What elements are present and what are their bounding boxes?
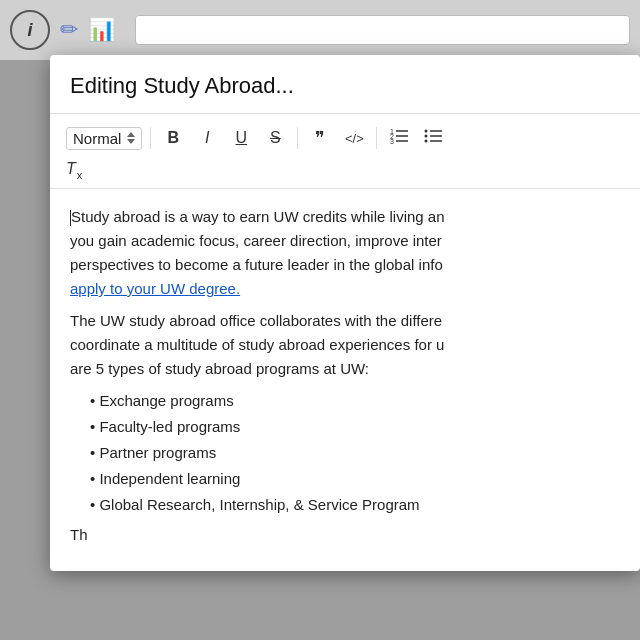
content-paragraph-2: The UW study abroad office collaborates … — [70, 309, 620, 381]
tx-x-icon: x — [77, 169, 83, 181]
list-item: Faculty-led programs — [90, 415, 620, 439]
toolbar-separator-1 — [150, 127, 151, 149]
code-icon: </> — [345, 131, 364, 146]
strikethrough-button[interactable]: S — [261, 124, 289, 152]
list-item: Exchange programs — [90, 389, 620, 413]
address-bar[interactable] — [135, 15, 630, 45]
editor-panel: Editing Study Abroad... Normal B I U S — [50, 55, 640, 571]
chart-icon: 📊 — [88, 17, 115, 43]
unordered-list-button[interactable] — [419, 124, 447, 152]
clear-formatting-button[interactable]: T x — [66, 160, 82, 178]
svg-text:3: 3 — [390, 138, 394, 145]
bold-button[interactable]: B — [159, 124, 187, 152]
code-button[interactable]: </> — [340, 124, 368, 152]
list-item: Global Research, Internship, & Service P… — [90, 493, 620, 517]
cursor — [70, 210, 71, 226]
format-select[interactable]: Normal — [66, 127, 142, 150]
content-paragraph-3: Th — [70, 523, 620, 547]
arrow-down-icon — [127, 139, 135, 144]
svg-point-6 — [425, 130, 428, 133]
blockquote-button[interactable]: ❞ — [306, 124, 334, 152]
content-list: Exchange programs Faculty-led programs P… — [70, 389, 620, 517]
format-select-arrows — [127, 132, 135, 144]
pencil-icon: ✏ — [60, 17, 78, 43]
svg-point-10 — [425, 140, 428, 143]
content-paragraph-1: Study abroad is a way to earn UW credits… — [70, 205, 620, 301]
arrow-up-icon — [127, 132, 135, 137]
underline-button[interactable]: U — [227, 124, 255, 152]
toolbar-separator-3 — [376, 127, 377, 149]
toolbar-row-2: T x — [66, 160, 624, 178]
svg-point-8 — [425, 135, 428, 138]
ordered-list-icon: 1 2 3 — [390, 127, 408, 149]
editor-content[interactable]: Study abroad is a way to earn UW credits… — [50, 189, 640, 571]
content-link[interactable]: apply to your UW degree. — [70, 280, 240, 297]
panel-title: Editing Study Abroad... — [70, 73, 294, 98]
unordered-list-icon — [424, 127, 442, 149]
editor-toolbar: Normal B I U S ❞ </> — [50, 114, 640, 189]
toolbar-separator-2 — [297, 127, 298, 149]
info-icon: i — [10, 10, 50, 50]
panel-header: Editing Study Abroad... — [50, 55, 640, 114]
list-item: Independent learning — [90, 467, 620, 491]
format-select-label: Normal — [73, 130, 121, 147]
list-item: Partner programs — [90, 441, 620, 465]
italic-button[interactable]: I — [193, 124, 221, 152]
background-toolbar: i ✏ 📊 — [0, 0, 640, 60]
tx-t-icon: T — [66, 160, 76, 178]
blockquote-icon: ❞ — [315, 127, 325, 149]
ordered-list-button[interactable]: 1 2 3 — [385, 124, 413, 152]
toolbar-row-1: Normal B I U S ❞ </> — [66, 124, 624, 152]
